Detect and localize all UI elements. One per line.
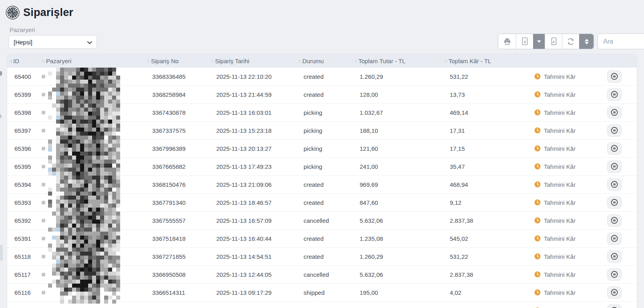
cell-profit: 17,15 (443, 145, 533, 152)
refresh-button[interactable] (562, 34, 579, 49)
clock-icon (534, 145, 541, 152)
estimated-profit-label: Tahmini Kâr (544, 109, 576, 116)
row-actions-button[interactable] (607, 106, 622, 119)
cell-total: 5.632,06 (352, 217, 443, 224)
page-title: Siparişler (23, 6, 73, 19)
column-visibility-button[interactable] (579, 34, 594, 49)
cell-total: 188,10 (352, 127, 443, 134)
cell-actions (581, 88, 637, 101)
estimated-profit-badge: Tahmini Kâr (533, 109, 581, 116)
cell-order-date: 2025-11-13 22:10:20 (209, 73, 296, 80)
search-input[interactable] (598, 34, 644, 49)
cell-id: 65395 (7, 163, 40, 170)
row-actions-button[interactable] (607, 196, 622, 209)
clock-icon (534, 91, 541, 98)
column-header-toplam-kar[interactable]: ↑↓ Toplam Kâr - TL (443, 58, 533, 64)
estimated-profit-label: Tahmini Kâr (544, 163, 576, 170)
cell-status: picking (296, 163, 352, 170)
row-actions-button[interactable] (607, 214, 622, 227)
cell-actions (581, 268, 637, 281)
estimated-profit-badge: Tahmini Kâr (533, 181, 581, 188)
row-actions-button[interactable] (607, 178, 622, 191)
sort-icon: ↑↓ (444, 59, 447, 63)
row-actions-button[interactable] (607, 304, 622, 308)
cell-total: 5.632,06 (352, 271, 443, 278)
cell-id: 65392 (7, 217, 40, 224)
row-actions-button[interactable] (607, 124, 622, 137)
marketplace-select[interactable]: [Hepsi] (8, 35, 97, 49)
cell-order-date: 2025-11-13 17:49:23 (209, 163, 296, 170)
edge-artifact (0, 71, 2, 76)
row-actions-button[interactable] (607, 268, 622, 281)
row-actions-button[interactable] (607, 70, 622, 83)
circle-menu-icon (610, 216, 618, 224)
cell-profit: 17,31 (443, 127, 533, 134)
page-header: Siparişler (6, 6, 73, 19)
cell-total: 241,00 (352, 163, 443, 170)
circle-menu-icon (610, 306, 618, 308)
cell-total: 121,60 (352, 145, 443, 152)
export-pdf-button[interactable] (545, 34, 562, 49)
cell-total: 1.235,08 (352, 235, 443, 242)
sort-icon: ↑↓ (211, 59, 213, 63)
redacted-text-fragment: T (84, 287, 90, 293)
cell-status: picking (296, 145, 352, 152)
row-actions-button[interactable] (607, 160, 622, 173)
marketplace-logo (42, 75, 45, 78)
column-header-id[interactable]: ↑↓ ID (7, 58, 40, 64)
cell-profit: 469,14 (443, 109, 533, 116)
estimated-profit-badge: Tahmini Kâr (533, 217, 581, 224)
cell-order-no: 3367518418 (145, 235, 209, 242)
cell-status: shipped (296, 289, 352, 296)
cell-order-date: 2025-11-13 21:44:59 (209, 91, 296, 98)
cell-total: 1.032,67 (352, 109, 443, 116)
row-actions-button[interactable] (607, 286, 622, 299)
row-actions-button[interactable] (607, 232, 622, 245)
cell-order-date: 2025-11-13 16:40:44 (209, 235, 296, 242)
edge-artifact (0, 114, 2, 118)
cell-marketplace (40, 165, 145, 168)
estimated-profit-label: Tahmini Kâr (544, 73, 576, 80)
table-row: 65118 3367271855 2025-11-13 14:54:51 cre… (7, 248, 637, 266)
column-header-durumu[interactable]: ↑↓ Durumu (296, 58, 352, 64)
print-button[interactable] (498, 34, 516, 49)
circle-menu-icon (610, 162, 618, 170)
marketplace-logo (42, 111, 45, 114)
estimated-profit-badge: Tahmini Kâr (533, 199, 581, 206)
caret-down-icon (537, 40, 541, 43)
cell-profit: 2.837,38 (443, 217, 533, 224)
cell-status: picking (296, 127, 352, 134)
cell-id: 65397 (7, 127, 40, 134)
row-actions-button[interactable] (607, 88, 622, 101)
table-body: 65400 3368336485 2025-11-13 22:10:20 cre… (7, 68, 637, 308)
cell-actions (581, 178, 637, 191)
marketplace-logo (42, 129, 45, 132)
column-header-siparis-no[interactable]: ↑↓ Sipariş No (145, 58, 209, 64)
table-row: 65116 T 3366514311 2025-11-13 09:17:29 s… (7, 284, 637, 302)
sort-icon: ↑↓ (9, 59, 12, 63)
cell-id: 65116 (7, 289, 40, 296)
circle-menu-icon (610, 234, 618, 242)
cell-status: created (296, 235, 352, 242)
edge-artifact (0, 245, 3, 261)
cell-marketplace (40, 255, 145, 258)
cell-actions (581, 70, 637, 83)
clock-icon (534, 289, 541, 296)
row-actions-button[interactable] (607, 142, 622, 155)
pdf-file-icon (550, 37, 557, 46)
clock-icon (534, 127, 541, 134)
cell-actions (581, 196, 637, 209)
row-actions-button[interactable] (607, 250, 622, 263)
cell-actions (581, 214, 637, 227)
cell-marketplace: T (40, 291, 145, 294)
cell-order-no: 3366514311 (145, 289, 209, 296)
cell-order-date: 2025-11-13 14:54:51 (209, 253, 296, 260)
estimated-profit-badge: Tahmini Kâr (533, 145, 581, 152)
export-excel-button[interactable]: x (516, 34, 533, 49)
cell-marketplace (40, 183, 145, 186)
column-header-pazaryeri[interactable]: ↑↓ Pazaryeri (40, 58, 145, 64)
cell-status: created (296, 199, 352, 206)
column-header-toplam-tutar[interactable]: ↑↓ Toplam Tutar - TL (352, 58, 443, 64)
column-header-siparis-tarihi[interactable]: ↑↓ Sipariş Tarihi (209, 58, 296, 64)
export-options-button[interactable] (533, 34, 545, 49)
